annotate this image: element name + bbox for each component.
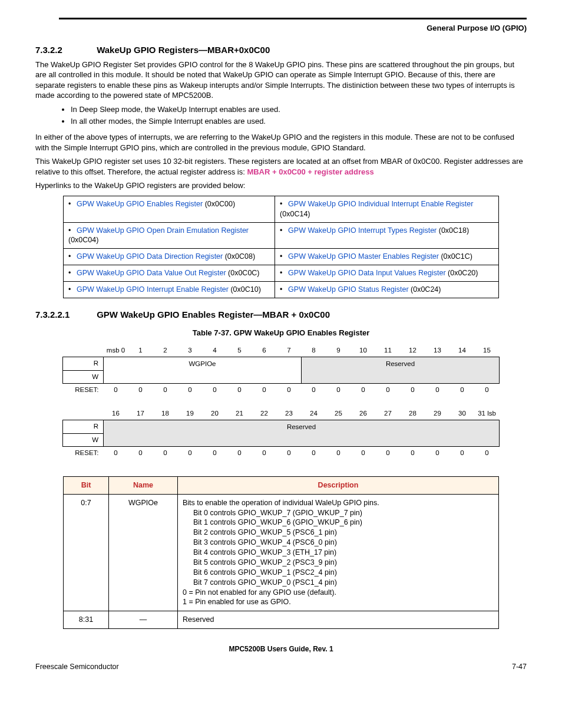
write-row: W	[63, 433, 500, 447]
register-link[interactable]: GPW WakeUp GPIO Individual Interrupt Ena…	[288, 200, 473, 208]
footer-page: 7-47	[512, 662, 527, 672]
chapter-header: General Purpose I/O (GPIO)	[35, 23, 527, 34]
read-row: R Reserved	[63, 420, 500, 434]
reset-row: RESET: 0000000000000000	[63, 384, 500, 397]
paragraph: In either of the above types of interrup…	[35, 132, 527, 153]
link-cell: •GPW WakeUp GPIO Interrupt Types Registe…	[275, 222, 499, 249]
link-cell: •GPW WakeUp GPIO Status Register (0x0C24…	[275, 282, 499, 298]
paragraph: This WakeUp GPIO register set uses 10 32…	[35, 156, 527, 177]
reset-row: RESET: 0000000000000000	[63, 447, 500, 460]
bit-numbers-row: 16171819202122232425262728293031 lsb	[63, 407, 500, 420]
field-description: Bits to enable the operation of individu…	[178, 494, 499, 611]
link-cell: •GPW WakeUp GPIO Master Enables Register…	[275, 249, 499, 265]
link-cell: •GPW WakeUp GPIO Data Value Out Register…	[64, 265, 275, 282]
table-header-row: Bit Name Description	[64, 476, 499, 494]
bit-numbers-row: msb 0123456789101112131415	[63, 344, 500, 357]
col-description: Description	[178, 476, 499, 494]
bitfield-diagram-lower: 16171819202122232425262728293031 lsb R R…	[35, 407, 527, 460]
register-link[interactable]: GPW WakeUp GPIO Master Enables Register	[288, 252, 439, 261]
link-cell: •GPW WakeUp GPIO Open Drain Emulation Re…	[64, 222, 275, 249]
paragraph: The WakeUp GPIO Register Set provides GP…	[35, 60, 527, 101]
register-link[interactable]: GPW WakeUp GPIO Status Register	[288, 285, 408, 294]
subsection-title: GPW WakeUp GPIO Enables Register—MBAR + …	[97, 309, 330, 319]
register-offset: (0x0C08)	[223, 252, 255, 261]
register-offset: (0x0C20)	[446, 269, 478, 277]
bit-description-table: Bit Name Description 0:7 WGPIOe Bits to …	[63, 476, 499, 629]
register-offset: (0x0C18)	[437, 226, 469, 235]
register-offset: (0x0C1C)	[439, 252, 472, 261]
field-name: —	[109, 611, 178, 629]
footer-title: MPC5200B Users Guide, Rev. 1	[35, 644, 527, 654]
register-link[interactable]: GPW WakeUp GPIO Data Input Values Regist…	[288, 269, 445, 277]
bullet-list: In Deep Sleep mode, the WakeUp Interrupt…	[71, 104, 527, 126]
subsection-heading: 7.3.2.2.1 GPW WakeUp GPIO Enables Regist…	[35, 309, 527, 321]
link-cell: •GPW WakeUp GPIO Enables Register (0x0C0…	[64, 196, 275, 222]
register-offset: (0x0C14)	[280, 210, 310, 218]
write-row: W	[63, 370, 500, 384]
register-offset: (0x0C00)	[203, 200, 235, 208]
bitfield-diagram-upper: msb 0123456789101112131415 R WGPIOe Rese…	[35, 344, 527, 397]
field-wgpioe: WGPIOe	[104, 357, 302, 371]
table-row: 8:31 — Reserved	[64, 611, 499, 629]
read-row: R WGPIOe Reserved	[63, 357, 500, 371]
register-offset: (0x0C24)	[409, 285, 441, 294]
register-link[interactable]: GPW WakeUp GPIO Interrupt Enable Registe…	[77, 285, 229, 294]
link-cell: •GPW WakeUp GPIO Data Direction Register…	[64, 249, 275, 265]
section-heading: 7.3.2.2 WakeUp GPIO Registers—MBAR+0x0C0…	[35, 44, 527, 56]
field-reserved: Reserved	[104, 420, 500, 434]
field-reserved: Reserved	[302, 357, 500, 371]
page-top-rule	[59, 18, 527, 19]
register-link[interactable]: GPW WakeUp GPIO Open Drain Emulation Reg…	[77, 226, 249, 235]
table-row: 0:7 WGPIOe Bits to enable the operation …	[64, 494, 499, 611]
list-item: In all other modes, the Simple Interrupt…	[71, 116, 527, 127]
col-name: Name	[109, 476, 178, 494]
register-link[interactable]: GPW WakeUp GPIO Data Direction Register	[77, 252, 223, 261]
register-address-formula: MBAR + 0x0C00 + register address	[247, 167, 373, 176]
paragraph: Hyperlinks to the WakeUp GPIO registers …	[35, 180, 527, 191]
field-name: WGPIOe	[109, 494, 178, 611]
register-offset: (0x0C04)	[68, 236, 98, 244]
register-link[interactable]: GPW WakeUp GPIO Enables Register	[77, 200, 203, 208]
bit-range: 8:31	[64, 611, 109, 629]
bit-range: 0:7	[64, 494, 109, 611]
col-bit: Bit	[64, 476, 109, 494]
register-offset: (0x0C10)	[229, 285, 261, 294]
subsection-number: 7.3.2.2.1	[35, 309, 94, 321]
register-link[interactable]: GPW WakeUp GPIO Interrupt Types Register	[288, 226, 437, 235]
table-caption: Table 7-37. GPW WakeUp GPIO Enables Regi…	[35, 328, 527, 338]
link-cell: •GPW WakeUp GPIO Interrupt Enable Regist…	[64, 282, 275, 298]
section-title: WakeUp GPIO Registers—MBAR+0x0C00	[97, 45, 270, 55]
list-item: In Deep Sleep mode, the WakeUp Interrupt…	[71, 104, 527, 115]
section-number: 7.3.2.2	[35, 44, 94, 56]
hyperlinks-table: •GPW WakeUp GPIO Enables Register (0x0C0…	[63, 196, 499, 298]
link-cell: •GPW WakeUp GPIO Data Input Values Regis…	[275, 265, 499, 282]
footer-row: Freescale Semiconductor 7-47	[35, 662, 527, 672]
register-link[interactable]: GPW WakeUp GPIO Data Value Out Register	[77, 269, 226, 277]
register-offset: (0x0C0C)	[226, 269, 260, 277]
field-description: Reserved	[178, 611, 499, 629]
link-cell: •GPW WakeUp GPIO Individual Interrupt En…	[275, 196, 499, 222]
footer-left: Freescale Semiconductor	[35, 662, 119, 672]
